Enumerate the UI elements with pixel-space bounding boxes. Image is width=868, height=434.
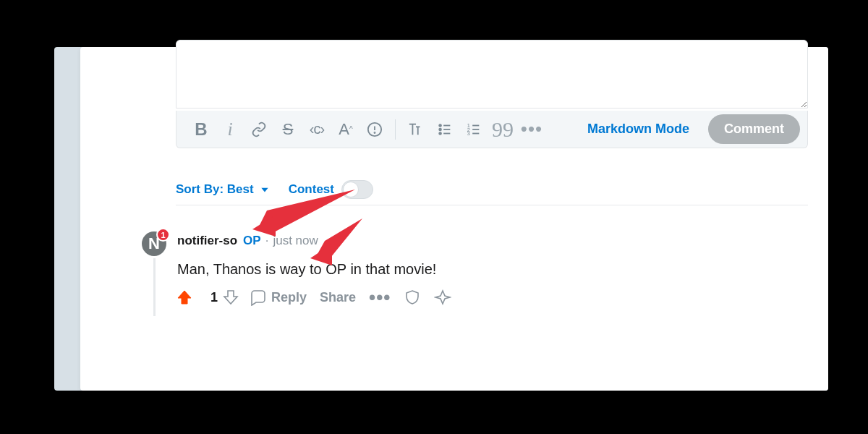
avatar[interactable]: N 1	[142, 231, 166, 256]
share-button[interactable]: Share	[320, 290, 356, 305]
sort-row: Sort By: Best Contest	[176, 174, 808, 205]
contest-label: Contest	[289, 182, 334, 197]
toolbar-separator	[395, 119, 396, 140]
sort-dropdown[interactable]: Sort By: Best	[176, 182, 270, 197]
comment-author-link[interactable]: notifier-so	[177, 234, 237, 248]
sparkle-icon[interactable]	[434, 289, 451, 306]
share-label: Share	[320, 290, 356, 305]
svg-point-9	[439, 128, 441, 130]
superscript-icon[interactable]: A^	[336, 120, 355, 139]
op-badge: OP	[243, 234, 261, 248]
reply-button[interactable]: Reply	[250, 289, 307, 306]
compose-toolbar: B i S ‹c› A^ 123 99 •••	[176, 111, 808, 148]
svg-text:3: 3	[467, 130, 470, 137]
heading-block-icon[interactable]	[407, 120, 425, 139]
heading-letter: A	[339, 120, 349, 139]
strikethrough-icon[interactable]: S	[278, 120, 297, 139]
thread-collapse-line[interactable]	[153, 258, 156, 316]
sort-label-text: Sort By: Best	[176, 182, 254, 197]
markdown-mode-link[interactable]: Markdown Mode	[582, 122, 695, 137]
comment-meta-row: notifier-so OP · just now	[177, 234, 318, 248]
downvote-button[interactable]	[222, 289, 239, 306]
contest-toggle[interactable]	[341, 180, 373, 199]
avatar-notification-badge: 1	[156, 228, 170, 242]
meta-separator: ·	[265, 234, 269, 248]
bold-icon[interactable]: B	[192, 120, 210, 139]
compose-textarea[interactable]	[176, 40, 808, 109]
more-actions-button[interactable]: •••	[369, 295, 391, 299]
chevron-down-icon	[260, 184, 270, 195]
link-icon[interactable]	[250, 120, 268, 139]
page-background: B i S ‹c› A^ 123 99 •••	[54, 47, 828, 391]
upvote-button[interactable]	[176, 289, 193, 306]
submit-comment-button[interactable]: Comment	[708, 114, 800, 144]
quote-icon[interactable]: 99	[493, 120, 512, 139]
inline-code-icon[interactable]: ‹c›	[307, 120, 326, 139]
svg-point-2	[374, 132, 375, 133]
mod-shield-icon[interactable]	[404, 289, 421, 306]
italic-icon[interactable]: i	[221, 120, 239, 139]
spoiler-icon[interactable]	[365, 120, 384, 139]
comment-timestamp: just now	[273, 234, 318, 248]
content-card: B i S ‹c› A^ 123 99 •••	[80, 47, 828, 391]
more-formatting-icon[interactable]: •••	[522, 120, 541, 139]
comment-body: Man, Thanos is way to OP in that movie!	[177, 261, 436, 278]
comment-actions-row: 1 Reply Share •••	[176, 289, 464, 306]
reply-label: Reply	[271, 290, 307, 305]
svg-point-11	[439, 132, 441, 135]
bullet-list-icon[interactable]	[435, 120, 454, 139]
numbered-list-icon[interactable]: 123	[464, 120, 483, 139]
svg-point-7	[439, 124, 441, 127]
vote-score: 1	[210, 290, 218, 305]
